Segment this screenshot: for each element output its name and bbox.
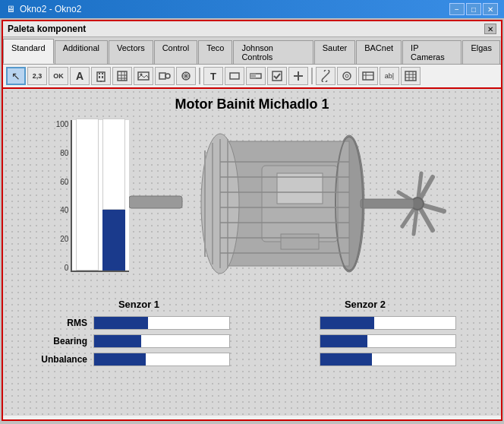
svg-rect-23: [250, 74, 256, 78]
svg-rect-2: [102, 76, 103, 78]
tab-bacnet[interactable]: BACnet: [356, 40, 402, 64]
title-bar: 🖥 Okno2 - Okno2 − □ ✕: [0, 0, 504, 18]
tool-image[interactable]: [134, 67, 153, 85]
tool-table[interactable]: [401, 67, 421, 85]
svg-rect-24: [272, 71, 282, 81]
sensor-1-unbalance-fill: [94, 353, 146, 365]
sensor-section: Senzor 1 RMS Bearing Unbalance: [11, 291, 493, 378]
tab-bar: Standard Additional Vectors Control Teco…: [3, 37, 501, 65]
checkbox-icon: [271, 70, 283, 82]
bar-2-white: [102, 119, 125, 210]
svg-rect-57: [281, 234, 319, 249]
tool-motor[interactable]: [358, 67, 378, 85]
svg-rect-46: [129, 196, 182, 208]
palette-header: Paleta komponent ✕: [3, 21, 501, 37]
tool-valve[interactable]: [176, 67, 196, 85]
svg-rect-4: [102, 73, 103, 74]
separator-1: [199, 68, 200, 84]
sensor-2-group: Senzor 2: [266, 299, 464, 371]
svg-rect-33: [405, 71, 416, 81]
tab-additional[interactable]: Additional: [55, 40, 108, 64]
sensor-1-title: Senzor 1: [40, 299, 238, 310]
tool-building[interactable]: [91, 67, 111, 85]
tool-pump[interactable]: [155, 67, 175, 85]
separator-2: [311, 68, 313, 84]
tab-johnson[interactable]: Johnson Controls: [233, 40, 313, 64]
tool-scale[interactable]: [246, 67, 266, 85]
sensor-1-rms-label: RMS: [40, 318, 93, 328]
tool-ok[interactable]: OK: [49, 67, 68, 85]
svg-rect-56: [277, 173, 323, 204]
sensor-1-bearing-fill: [94, 335, 141, 347]
sensor-1-bearing-bar: [93, 334, 230, 348]
tab-ipcameras[interactable]: IP Cameras: [402, 40, 461, 64]
sensor-1-rms-row: RMS: [40, 316, 238, 330]
sensor-1-unbalance-bar: [93, 353, 230, 366]
sensor-2-rms-row: [266, 316, 464, 330]
bar-2: [102, 119, 125, 271]
y-label-100: 100: [56, 120, 69, 128]
sensor-2-bearing-row: [266, 334, 464, 348]
bar-chart: [71, 120, 129, 272]
svg-point-28: [343, 72, 351, 80]
y-label-80: 80: [56, 149, 69, 157]
sensor-2-rms-bar: [320, 316, 456, 330]
pump-icon: [159, 70, 171, 82]
minimize-button[interactable]: −: [449, 3, 465, 15]
building-icon: [95, 70, 107, 82]
app-icon: 🖥: [6, 4, 15, 14]
y-label-60: 60: [56, 178, 69, 186]
title-bar-text: Okno2 - Okno2: [20, 4, 81, 14]
tool-rect[interactable]: [225, 67, 244, 85]
bar-1-fill: [76, 119, 99, 271]
svg-rect-1: [99, 76, 100, 78]
sensor-2-bearing-bar: [320, 334, 456, 348]
tab-elgas[interactable]: Elgas: [462, 40, 500, 64]
tool-link[interactable]: [316, 67, 335, 85]
tool-grid[interactable]: [112, 67, 132, 85]
close-window-button[interactable]: ✕: [483, 3, 498, 15]
motor-icon: [362, 70, 374, 82]
motor-svg: [129, 120, 448, 287]
tab-vectors[interactable]: Vectors: [109, 40, 153, 64]
motor-image: [129, 120, 448, 287]
bar-1: [76, 119, 99, 271]
y-label-20: 20: [56, 235, 69, 243]
tab-teco[interactable]: Teco: [198, 40, 232, 64]
sensor-2-unbalance-row: [266, 353, 464, 366]
tool-cursor[interactable]: ↖: [6, 67, 26, 85]
main-container: Paleta komponent ✕ Standard Additional V…: [2, 20, 502, 421]
svg-rect-58: [361, 199, 414, 208]
tool-T[interactable]: T: [203, 67, 223, 85]
motor-title: Motor Bainit Michadlo 1: [11, 97, 493, 112]
svg-rect-0: [97, 72, 105, 81]
svg-rect-13: [159, 73, 165, 79]
scale-icon: [250, 70, 262, 82]
tool-text[interactable]: A: [70, 67, 90, 85]
toolbar: ↖ 2,3 OK A: [3, 65, 501, 89]
sensor-2-unbalance-fill: [320, 353, 372, 365]
tab-standard[interactable]: Standard: [3, 39, 54, 64]
sensor-1-unbalance-label: Unbalance: [40, 354, 93, 365]
tool-ab[interactable]: ab|: [380, 67, 399, 85]
tool-num23[interactable]: 2,3: [27, 67, 47, 85]
sensor-1-rms-fill: [94, 317, 148, 329]
tool-cross[interactable]: [288, 67, 308, 85]
tool-circle[interactable]: [337, 67, 357, 85]
table-icon: [405, 70, 417, 82]
y-label-0: 0: [56, 264, 69, 272]
svg-point-14: [165, 74, 170, 78]
maximize-button[interactable]: □: [466, 3, 481, 15]
title-bar-left: 🖥 Okno2 - Okno2: [6, 4, 81, 14]
title-bar-controls: − □ ✕: [449, 3, 498, 15]
tab-control[interactable]: Control: [154, 40, 197, 64]
sensor-1-bearing-row: Bearing: [40, 334, 238, 348]
palette-close-button[interactable]: ✕: [484, 24, 496, 34]
sensor-1-group: Senzor 1 RMS Bearing Unbalance: [40, 299, 238, 371]
sensor-2-bearing-fill: [320, 335, 367, 347]
svg-point-29: [345, 74, 348, 78]
tab-sauter[interactable]: Sauter: [314, 40, 355, 64]
bar-2-blue: [102, 210, 125, 271]
tool-checkbox[interactable]: [267, 67, 287, 85]
chart-row: 100 80 60 40 20 0: [56, 120, 130, 272]
